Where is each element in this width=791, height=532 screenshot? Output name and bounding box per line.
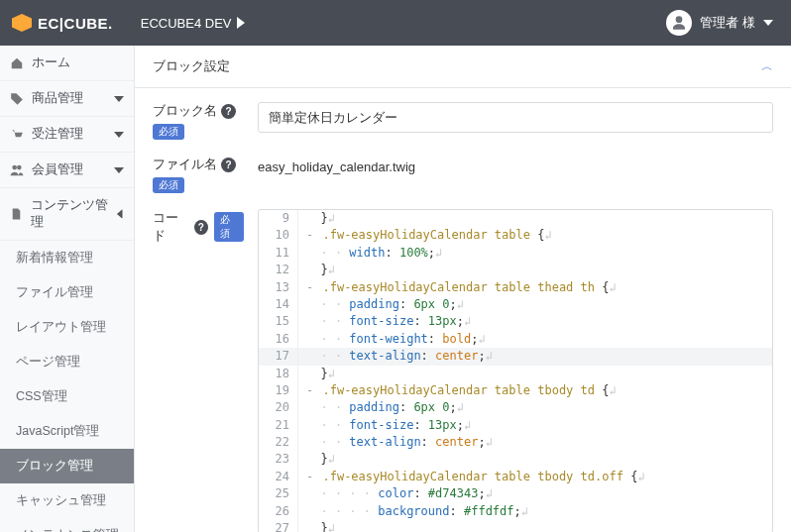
required-badge: 必須 bbox=[153, 177, 184, 193]
required-badge: 必須 bbox=[214, 212, 244, 242]
tag-icon bbox=[10, 92, 24, 106]
code-source[interactable]: · · · · background: #ffdfdf;↲ bbox=[298, 503, 772, 520]
subnav-page[interactable]: ページ管理 bbox=[0, 345, 134, 379]
code-source[interactable]: }↲ bbox=[298, 210, 772, 227]
nav-orders[interactable]: 受注管理 bbox=[0, 117, 134, 153]
code-source[interactable]: · · font-size: 13px;↲ bbox=[298, 417, 772, 434]
block-name-input[interactable] bbox=[258, 102, 773, 133]
nav-label: 会員管理 bbox=[32, 161, 83, 178]
code-source[interactable]: }↲ bbox=[298, 262, 772, 278]
label-block-name: ブロック名 ? 必須 bbox=[153, 102, 244, 140]
home-icon bbox=[10, 56, 24, 70]
code-line[interactable]: 12 }↲ bbox=[259, 262, 772, 278]
code-editor[interactable]: 9 }↲10- .fw-easyHolidayCalendar table {↲… bbox=[258, 209, 773, 532]
gutter: 10 bbox=[259, 227, 298, 244]
code-source[interactable]: - .fw-easyHolidayCalendar table {↲ bbox=[298, 227, 772, 244]
subnav-layout[interactable]: レイアウト管理 bbox=[0, 310, 134, 345]
help-icon[interactable]: ? bbox=[221, 104, 236, 119]
chevron-right-icon bbox=[237, 17, 245, 29]
code-source[interactable]: }↲ bbox=[298, 520, 772, 532]
code-source[interactable]: - .fw-easyHolidayCalendar table tbody td… bbox=[298, 469, 772, 485]
code-line[interactable]: 13- .fw-easyHolidayCalendar table thead … bbox=[259, 279, 772, 296]
help-icon[interactable]: ? bbox=[221, 158, 236, 172]
code-source[interactable]: }↲ bbox=[298, 366, 772, 382]
gutter: 23 bbox=[259, 451, 298, 468]
nav-label: レイアウト管理 bbox=[16, 319, 106, 336]
gutter: 24 bbox=[259, 469, 298, 485]
gutter: 12 bbox=[259, 262, 298, 278]
gutter: 27 bbox=[259, 520, 298, 532]
user-menu[interactable]: 管理者 様 bbox=[666, 10, 773, 36]
code-line[interactable]: 21 · · font-size: 13px;↲ bbox=[259, 417, 772, 434]
code-line[interactable]: 22 · · text-align: center;↲ bbox=[259, 434, 772, 451]
nav-home[interactable]: ホーム bbox=[0, 46, 134, 81]
code-source[interactable]: · · font-weight: bold;↲ bbox=[298, 331, 772, 348]
subnav-news[interactable]: 新着情報管理 bbox=[0, 241, 134, 275]
gutter: 25 bbox=[259, 485, 298, 502]
subnav-files[interactable]: ファイル管理 bbox=[0, 275, 134, 310]
code-source[interactable]: · · padding: 6px 0;↲ bbox=[298, 296, 772, 313]
subnav-maintenance[interactable]: メンテナンス管理 bbox=[0, 518, 134, 532]
nav-label: 商品管理 bbox=[32, 90, 83, 107]
gutter: 15 bbox=[259, 313, 298, 330]
row-block-name: ブロック名 ? 必須 bbox=[153, 102, 773, 140]
code-line[interactable]: 14 · · padding: 6px 0;↲ bbox=[259, 296, 772, 313]
nav-label: CSS管理 bbox=[16, 388, 67, 405]
nav-label: キャッシュ管理 bbox=[16, 492, 106, 509]
code-source[interactable]: · · text-align: center;↲ bbox=[298, 434, 772, 451]
subnav-js[interactable]: JavaScript管理 bbox=[0, 414, 134, 449]
code-line[interactable]: 23 }↲ bbox=[259, 451, 772, 468]
topbar: EC|CUBE. ECCUBE4 DEV 管理者 様 bbox=[0, 0, 791, 46]
panel-header[interactable]: ブロック設定 ︿ bbox=[135, 46, 791, 88]
gutter: 16 bbox=[259, 331, 298, 348]
code-line[interactable]: 18 }↲ bbox=[259, 366, 772, 382]
gutter: 19 bbox=[259, 382, 298, 399]
code-source[interactable]: }↲ bbox=[298, 451, 772, 468]
nav-products[interactable]: 商品管理 bbox=[0, 81, 134, 117]
users-icon bbox=[10, 163, 24, 177]
nav-label: 新着情報管理 bbox=[16, 250, 93, 266]
code-line[interactable]: 20 · · padding: 6px 0;↲ bbox=[259, 399, 772, 416]
gutter: 22 bbox=[259, 434, 298, 451]
code-line[interactable]: 25 · · · · color: #d74343;↲ bbox=[259, 485, 772, 502]
nav-contents[interactable]: コンテンツ管理 bbox=[0, 188, 134, 241]
code-line[interactable]: 15 · · font-size: 13px;↲ bbox=[259, 313, 772, 330]
site-switch[interactable]: ECCUBE4 DEV bbox=[141, 16, 246, 31]
help-icon[interactable]: ? bbox=[194, 220, 208, 235]
gutter: 18 bbox=[259, 366, 298, 382]
brand-text: EC|CUBE. bbox=[38, 15, 113, 32]
code-line[interactable]: 26 · · · · background: #ffdfdf;↲ bbox=[259, 503, 772, 520]
nav-members[interactable]: 会員管理 bbox=[0, 153, 134, 188]
code-source[interactable]: · · font-size: 13px;↲ bbox=[298, 313, 772, 330]
code-line[interactable]: 17 · · text-align: center;↲ bbox=[259, 348, 772, 365]
code-source[interactable]: · · width: 100%;↲ bbox=[298, 245, 772, 262]
topbar-left: EC|CUBE. ECCUBE4 DEV bbox=[12, 14, 245, 32]
code-line[interactable]: 11 · · width: 100%;↲ bbox=[259, 245, 772, 262]
code-line[interactable]: 16 · · font-weight: bold;↲ bbox=[259, 331, 772, 348]
code-source[interactable]: · · · · color: #d74343;↲ bbox=[298, 485, 772, 502]
cart-icon bbox=[10, 128, 24, 142]
subnav-css[interactable]: CSS管理 bbox=[0, 379, 134, 414]
label-text: ブロック名 bbox=[153, 102, 217, 120]
brand[interactable]: EC|CUBE. bbox=[12, 14, 113, 32]
panel-title: ブロック設定 bbox=[153, 57, 230, 75]
nav-label: JavaScript管理 bbox=[16, 423, 99, 440]
code-line[interactable]: 19- .fw-easyHolidayCalendar table tbody … bbox=[259, 382, 772, 399]
chevron-down-icon bbox=[114, 209, 124, 218]
chevron-down-icon bbox=[114, 94, 124, 104]
gutter: 11 bbox=[259, 245, 298, 262]
code-source[interactable]: - .fw-easyHolidayCalendar table tbody td… bbox=[298, 382, 772, 399]
nav-label: メンテナンス管理 bbox=[16, 527, 119, 532]
subnav-block[interactable]: ブロック管理 bbox=[0, 449, 134, 483]
code-line[interactable]: 24- .fw-easyHolidayCalendar table tbody … bbox=[259, 469, 772, 485]
code-line[interactable]: 10- .fw-easyHolidayCalendar table {↲ bbox=[259, 227, 772, 244]
subnav-cache[interactable]: キャッシュ管理 bbox=[0, 483, 134, 518]
chevron-down-icon bbox=[763, 18, 773, 28]
code-source[interactable]: · · text-align: center;↲ bbox=[298, 348, 772, 365]
code-source[interactable]: · · padding: 6px 0;↲ bbox=[298, 399, 772, 416]
file-name-text: easy_holiday_calendar.twig bbox=[258, 156, 773, 174]
site-name: ECCUBE4 DEV bbox=[141, 16, 232, 31]
code-line[interactable]: 9 }↲ bbox=[259, 210, 772, 227]
code-source[interactable]: - .fw-easyHolidayCalendar table thead th… bbox=[298, 279, 772, 296]
code-line[interactable]: 27 }↲ bbox=[259, 520, 772, 532]
